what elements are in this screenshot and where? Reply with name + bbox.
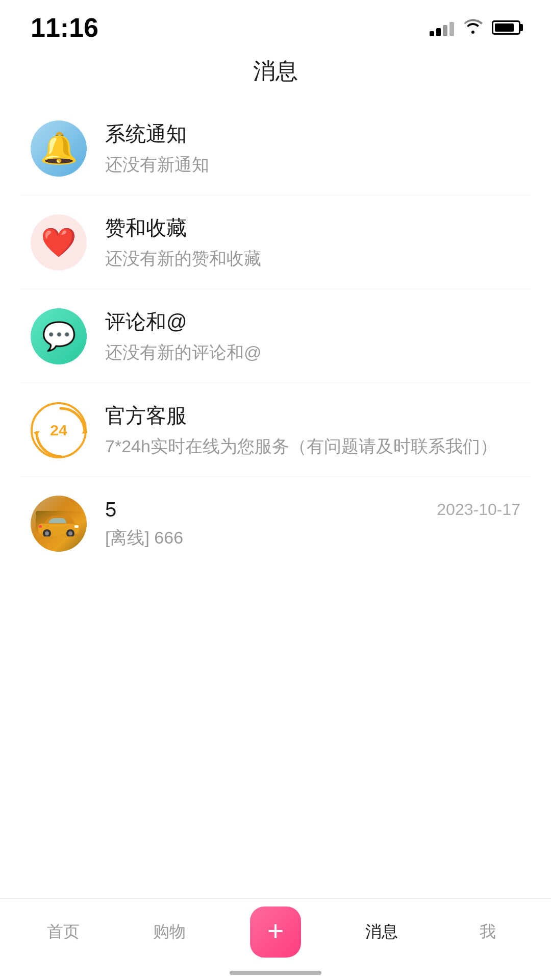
wifi-icon (463, 18, 483, 38)
svg-marker-0 (82, 429, 88, 434)
message-item-service[interactable]: 24 官方客服 7*24h实时在线为您服务（有问题请及时联系我们） (20, 383, 531, 477)
message-preview-user5: [离线] 666 (105, 526, 520, 550)
page-title: 消息 (0, 46, 551, 102)
svg-point-5 (45, 531, 49, 535)
plus-button[interactable]: + (250, 906, 301, 958)
avatar-comments: 💬 (31, 308, 87, 364)
svg-point-7 (68, 531, 72, 535)
nav-label-shop: 购物 (153, 921, 186, 943)
message-content-comments: 评论和@ 还没有新的评论和@ (105, 308, 520, 364)
nav-label-message: 消息 (365, 921, 398, 943)
status-icons (430, 18, 520, 38)
message-item-likes[interactable]: ❤️ 赞和收藏 还没有新的赞和收藏 (20, 195, 531, 289)
message-content-user5: 5 2023-10-17 [离线] 666 (105, 498, 520, 550)
svg-rect-8 (74, 525, 79, 528)
message-content-likes: 赞和收藏 还没有新的赞和收藏 (105, 214, 520, 271)
message-item-comments[interactable]: 💬 评论和@ 还没有新的评论和@ (20, 289, 531, 383)
car-image-icon (36, 511, 82, 536)
message-preview-system: 还没有新通知 (105, 153, 520, 177)
message-item-system[interactable]: 🔔 系统通知 还没有新通知 (20, 102, 531, 195)
svg-rect-9 (39, 525, 42, 528)
home-indicator (230, 971, 321, 975)
message-name-comments: 评论和@ (105, 308, 187, 336)
message-item-user5[interactable]: 5 2023-10-17 [离线] 666 (20, 477, 531, 570)
message-date-user5: 2023-10-17 (437, 500, 520, 519)
status-bar: 11:16 (0, 0, 551, 46)
nav-item-plus[interactable]: + (222, 906, 329, 958)
nav-item-message[interactable]: 消息 (329, 921, 435, 943)
bell-icon: 🔔 (40, 130, 78, 166)
nav-item-shop[interactable]: 购物 (116, 921, 222, 943)
avatar-likes: ❤️ (31, 214, 87, 271)
nav-label-me: 我 (480, 921, 496, 943)
message-name-user5: 5 (105, 498, 116, 521)
signal-icon (430, 19, 454, 36)
message-name-system: 系统通知 (105, 120, 187, 148)
nav-item-me[interactable]: 我 (435, 921, 541, 943)
message-name-service: 官方客服 (105, 402, 187, 430)
avatar-user5 (31, 496, 87, 552)
bottom-nav: 首页 购物 + 消息 我 (0, 898, 551, 980)
nav-item-home[interactable]: 首页 (10, 921, 116, 943)
message-list: 🔔 系统通知 还没有新通知 ❤️ 赞和收藏 还没有新的赞和收藏 💬 评论和@ (0, 102, 551, 570)
battery-icon (492, 20, 520, 35)
avatar-service: 24 (31, 402, 87, 458)
message-preview-service: 7*24h实时在线为您服务（有问题请及时联系我们） (105, 435, 520, 458)
avatar-system: 🔔 (31, 120, 87, 177)
message-content-service: 官方客服 7*24h实时在线为您服务（有问题请及时联系我们） (105, 402, 520, 458)
comment-icon: 💬 (42, 320, 76, 352)
heart-icon: ❤️ (41, 226, 77, 259)
message-preview-comments: 还没有新的评论和@ (105, 341, 520, 364)
plus-icon: + (267, 917, 284, 945)
nav-label-home: 首页 (47, 921, 80, 943)
svg-marker-1 (34, 431, 40, 436)
message-preview-likes: 还没有新的赞和收藏 (105, 247, 520, 271)
message-name-likes: 赞和收藏 (105, 214, 187, 242)
message-content-system: 系统通知 还没有新通知 (105, 120, 520, 177)
status-time: 11:16 (31, 12, 98, 43)
